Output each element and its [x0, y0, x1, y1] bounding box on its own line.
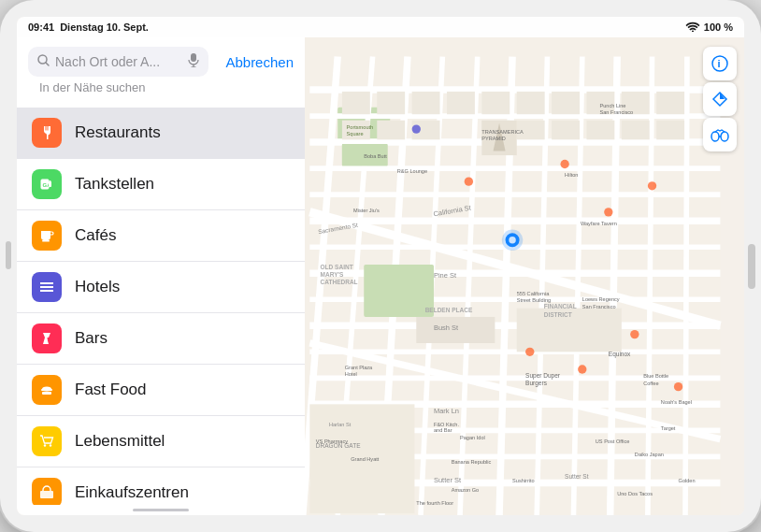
svg-rect-136 — [42, 392, 51, 395]
svg-text:Equinox: Equinox — [609, 351, 631, 358]
svg-line-29 — [685, 57, 687, 515]
svg-rect-36 — [481, 92, 510, 114]
category-item-bars[interactable]: Bars — [17, 313, 305, 365]
svg-point-73 — [560, 160, 568, 168]
svg-text:San Francisco: San Francisco — [582, 304, 616, 309]
svg-text:555 California: 555 California — [517, 291, 550, 296]
svg-text:DISTRICT: DISTRICT — [544, 311, 572, 318]
status-left: 09:41 Dienstag 10. Sept. — [28, 22, 149, 33]
svg-point-132 — [50, 180, 51, 182]
svg-point-80 — [412, 124, 421, 133]
svg-rect-50 — [656, 121, 684, 140]
svg-text:i: i — [718, 58, 721, 69]
svg-text:Grant Plaza: Grant Plaza — [345, 365, 373, 370]
home-button[interactable] — [748, 244, 755, 289]
svg-text:Hilton: Hilton — [565, 172, 578, 178]
svg-text:San Francisco: San Francisco — [599, 109, 633, 115]
category-item-cafes[interactable]: Cafés — [17, 210, 305, 262]
svg-text:Pine St: Pine St — [434, 271, 457, 280]
svg-rect-43 — [377, 121, 405, 140]
svg-point-75 — [648, 181, 656, 190]
svg-text:Noah's Bagel: Noah's Bagel — [661, 399, 692, 405]
svg-text:Amazon Go: Amazon Go — [452, 487, 480, 493]
category-item-fastfood[interactable]: Fast Food — [17, 365, 305, 416]
svg-text:Burgers: Burgers — [525, 380, 548, 387]
category-item-shopping[interactable]: Einkaufszentren — [17, 467, 305, 505]
mic-icon[interactable] — [188, 53, 199, 70]
category-label-restaurants: Restaurants — [75, 123, 161, 142]
svg-text:Blue Bottle: Blue Bottle — [643, 373, 668, 379]
search-icon — [37, 54, 50, 69]
category-icon-shopping — [32, 478, 62, 505]
svg-text:Banana Republic: Banana Republic — [452, 459, 492, 465]
svg-point-72 — [465, 177, 473, 185]
svg-rect-47 — [552, 121, 580, 140]
svg-rect-140 — [40, 491, 53, 498]
svg-text:Street Building: Street Building — [517, 297, 551, 303]
category-item-restaurants[interactable]: Restaurants — [17, 108, 305, 159]
category-label-gas: Tankstellen — [75, 175, 154, 194]
svg-text:Portsmouth: Portsmouth — [347, 124, 374, 130]
category-list: RestaurantsGASTankstellenCafésHotelsBars… — [17, 108, 305, 505]
svg-text:Wayfare Tavern: Wayfare Tavern — [581, 221, 617, 226]
svg-rect-35 — [447, 92, 475, 114]
category-icon-bars — [32, 324, 62, 353]
svg-point-57 — [502, 230, 523, 251]
svg-point-137 — [42, 387, 51, 392]
status-bar: 09:41 Dienstag 10. Sept. 100 % — [17, 17, 744, 37]
svg-text:Square: Square — [347, 131, 364, 137]
svg-point-152 — [721, 132, 728, 141]
location-button[interactable] — [703, 82, 737, 116]
svg-rect-58 — [364, 265, 434, 317]
svg-point-139 — [50, 444, 51, 446]
svg-point-78 — [630, 330, 639, 338]
category-item-grocery[interactable]: Lebensmittel — [17, 416, 305, 467]
svg-point-77 — [578, 365, 586, 373]
svg-point-74 — [604, 208, 612, 216]
scroll-indicator — [133, 509, 189, 511]
svg-text:Mark Ln: Mark Ln — [434, 407, 459, 415]
svg-rect-33 — [377, 92, 405, 114]
svg-text:Pagan Idol: Pagan Idol — [460, 435, 485, 440]
category-icon-fastfood — [32, 375, 62, 405]
category-label-bars: Bars — [75, 329, 108, 348]
svg-text:Sushirrito: Sushirrito — [512, 478, 535, 483]
volume-button[interactable] — [6, 241, 11, 269]
svg-point-76 — [525, 348, 534, 356]
svg-text:Sutter St: Sutter St — [434, 476, 462, 484]
svg-rect-38 — [552, 92, 580, 114]
svg-text:The fourth Floor: The fourth Floor — [416, 500, 453, 506]
search-input-wrapper[interactable]: Nach Ort oder A... — [28, 47, 208, 77]
sidebar: Nach Ort oder A... Abbrechen In der Nä — [17, 37, 305, 515]
category-label-grocery: Lebensmittel — [75, 432, 165, 451]
svg-text:CATHEDRAL: CATHEDRAL — [321, 279, 358, 285]
binoculars-button[interactable] — [703, 118, 737, 151]
status-time: 09:41 — [28, 22, 54, 33]
svg-text:FINANCIAL: FINANCIAL — [544, 303, 577, 309]
svg-rect-49 — [622, 121, 650, 140]
wifi-icon — [685, 22, 700, 34]
svg-text:Boba Butt: Boba Butt — [364, 153, 387, 159]
screen: 09:41 Dienstag 10. Sept. 100 % — [17, 17, 744, 515]
svg-text:Daiko Japan: Daiko Japan — [635, 452, 664, 457]
svg-rect-37 — [517, 92, 545, 114]
svg-rect-133 — [42, 240, 50, 242]
svg-rect-32 — [342, 92, 370, 114]
svg-text:Grand Hyatt: Grand Hyatt — [351, 456, 380, 462]
cancel-button[interactable]: Abbrechen — [216, 52, 294, 72]
category-item-hotels[interactable]: Hotels — [17, 262, 305, 313]
svg-text:Target: Target — [661, 425, 676, 431]
svg-text:Harlan St: Harlan St — [329, 422, 352, 427]
svg-point-138 — [44, 444, 46, 446]
category-label-fastfood: Fast Food — [75, 381, 147, 399]
svg-point-0 — [692, 30, 694, 32]
category-icon-restaurants — [32, 118, 62, 148]
svg-rect-41 — [656, 92, 684, 114]
svg-point-151 — [711, 132, 719, 141]
category-icon-cafes — [32, 221, 62, 251]
category-item-gas[interactable]: GASTankstellen — [17, 159, 305, 210]
svg-text:Sutter St: Sutter St — [565, 473, 589, 480]
svg-text:Uno Dos Tacos: Uno Dos Tacos — [617, 491, 653, 496]
info-button[interactable]: i — [703, 47, 737, 80]
svg-text:OLD SAINT: OLD SAINT — [321, 264, 353, 270]
